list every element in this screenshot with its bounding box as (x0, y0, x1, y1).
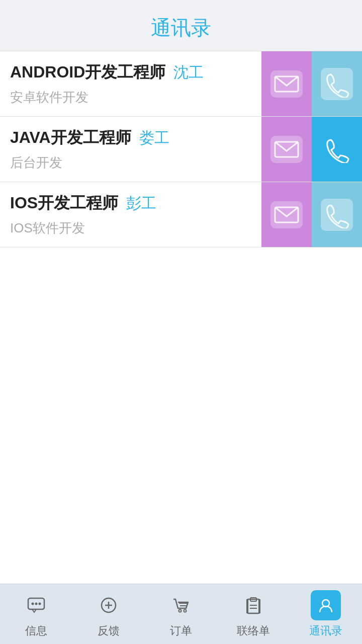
phone-button[interactable] (312, 117, 362, 182)
empty-area (0, 416, 362, 584)
contact-info-0: ANDROID开发工程师沈工安卓软件开发 (0, 51, 261, 116)
contact-desc: IOS软件开发 (10, 219, 261, 237)
cart-icon (166, 590, 196, 620)
svg-point-5 (35, 602, 38, 605)
contact-name: 彭工 (126, 193, 156, 214)
phone-button[interactable] (312, 182, 362, 247)
contact-row: IOS开发工程师彭工IOS软件开发 (0, 182, 362, 248)
svg-point-6 (39, 602, 41, 605)
nav-item-通讯录[interactable]: 通讯录 (290, 590, 362, 638)
nav-label: 通讯录 (309, 623, 342, 638)
bottom-nav: 信息 反馈 订单 联络单 通讯录 (0, 584, 362, 644)
clipboard-icon (238, 590, 268, 620)
svg-point-4 (32, 602, 34, 605)
mail-button[interactable] (261, 51, 312, 116)
contact-desc: 安卓软件开发 (10, 89, 261, 106)
contact-job: JAVA开发工程师 (10, 127, 131, 149)
contact-list: ANDROID开发工程师沈工安卓软件开发 JAVA开发工程师娄工后台开发 IOS… (0, 51, 362, 416)
contact-job: IOS开发工程师 (10, 192, 118, 214)
page-header: 通讯录 (0, 0, 362, 51)
phone-button[interactable] (312, 51, 362, 116)
mail-button[interactable] (261, 182, 312, 247)
contact-job: ANDROID开发工程师 (10, 61, 165, 84)
contact-name: 沈工 (173, 62, 204, 83)
nav-item-信息[interactable]: 信息 (0, 590, 72, 638)
message-icon (21, 590, 51, 620)
nav-label: 联络单 (237, 623, 270, 638)
contact-desc: 后台开发 (10, 154, 261, 172)
page-title: 通讯录 (151, 17, 211, 39)
nav-item-订单[interactable]: 订单 (145, 590, 217, 638)
svg-point-11 (184, 609, 187, 612)
mail-button[interactable] (261, 117, 312, 182)
contacts-icon (311, 590, 341, 620)
contact-info-1: JAVA开发工程师娄工后台开发 (0, 117, 261, 182)
nav-item-联络单[interactable]: 联络单 (217, 590, 290, 638)
svg-point-10 (179, 609, 182, 612)
nav-label: 订单 (170, 623, 192, 638)
contact-info-2: IOS开发工程师彭工IOS软件开发 (0, 182, 261, 247)
contact-row: JAVA开发工程师娄工后台开发 (0, 117, 362, 182)
nav-label: 反馈 (98, 623, 120, 638)
contact-row: ANDROID开发工程师沈工安卓软件开发 (0, 51, 362, 117)
contact-name: 娄工 (139, 128, 169, 148)
nav-label: 信息 (25, 623, 47, 638)
nav-item-反馈[interactable]: 反馈 (72, 590, 145, 638)
plus-icon (94, 590, 124, 620)
